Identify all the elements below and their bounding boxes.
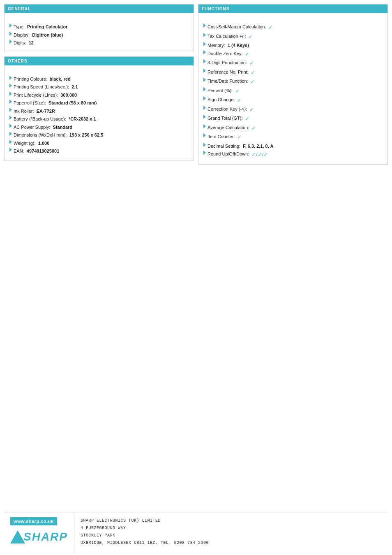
footer: www.sharp.co.uk SHARP SHARP ELECTRONICS … [4,513,388,551]
list-item: Digits: 12 [9,39,189,46]
list-item: Printing Colours: black, red [9,76,189,83]
footer-left: www.sharp.co.uk SHARP [4,513,74,551]
arrow-icon [203,50,206,54]
arrow-icon [203,151,206,155]
arrow-icon [9,39,12,44]
list-item: Double Zero Key: ✓ [203,50,383,58]
list-item: Decimal Setting: F, 6,3, 2,1, 0, A [203,143,383,150]
main-content: GENERAL Type: Printing Calculator Displa… [4,4,388,513]
arrow-icon [203,143,206,147]
others-body: Printing Colours: black, red Printing Sp… [5,65,194,160]
list-item: Average Calculation: ✓ [203,124,383,132]
list-item: Correction Key (->): ✓ [203,106,383,114]
functions-section: FUNCTIONS Cost-Sell-Margin Calculation: … [198,4,388,165]
list-item: Print Lifecycle (Lines): 300,000 [9,92,189,99]
list-item: Ink Roller: EA-772R [9,108,189,115]
footer-address: SHARP ELECTRONICS (UK) LIMITED 4 FURZEGR… [74,513,215,551]
arrow-icon [203,133,206,137]
arrow-icon [9,23,12,28]
general-body: Type: Printing Calculator Display: Digit… [5,13,194,52]
list-item: Cost-Sell-Margin Calculation: ✓ [203,23,383,32]
arrow-icon [9,84,12,88]
arrow-icon [203,23,206,28]
list-item: Time/Date Function: ✓ [203,78,383,86]
list-item: Item Counter: ✓ [203,133,383,142]
arrow-icon [9,76,12,80]
arrow-icon [203,69,206,73]
address-line4: UXBRIDGE, MIDDLESEX UB11 1EZ. TEL. 0208 … [81,539,209,547]
arrow-icon [9,100,12,104]
general-header: GENERAL [5,5,194,13]
list-item: Display: Digitron (blue) [9,32,189,39]
list-item: 3-Digit Punctuation: ✓ [203,59,383,67]
list-item: Weight (g): 1.000 [9,140,189,147]
list-item: Round Up/Off/Down: ✓/✓/✓ [203,151,383,159]
functions-header: FUNCTIONS [198,5,387,13]
arrow-icon [203,78,206,82]
page: GENERAL Type: Printing Calculator Displa… [0,0,392,555]
arrow-icon [9,148,12,152]
arrow-icon [9,116,12,120]
address-line1: SHARP ELECTRONICS (UK) LIMITED [81,517,209,525]
list-item: Memory: 1 (4 Keys) [203,42,383,49]
arrow-icon [203,96,206,100]
arrow-icon [9,32,12,36]
arrow-icon [9,140,12,144]
arrow-icon [9,132,12,136]
arrow-icon [203,106,206,110]
list-item: Paperroll (Size): Standard (58 x 80 mm) [9,100,189,107]
list-item: AC Power Supply: Standard [9,124,189,131]
right-column: FUNCTIONS Cost-Sell-Margin Calculation: … [198,4,388,513]
arrow-icon [9,92,12,96]
address-line3: STOCKLEY PARK [81,532,209,539]
website-url[interactable]: www.sharp.co.uk [10,517,57,525]
arrow-icon [203,87,206,91]
arrow-icon [9,124,12,128]
list-item: Tax Calculation +/-: ✓ [203,33,383,41]
others-section: OTHERS Printing Colours: black, red Prin… [4,56,194,160]
address-line2: 4 FURZEGROUND WAY [81,525,209,532]
sharp-logo-text: SHARP [23,530,68,543]
list-item: Dimensions (WxDxH mm): 193 x 256 x 62,5 [9,132,189,139]
sharp-logo: SHARP [10,530,68,543]
list-item: Battery (*Back-up Usage): *CR-2032 x 1 [9,116,189,123]
functions-body: Cost-Sell-Margin Calculation: ✓ Tax Calc… [198,13,387,164]
left-column: GENERAL Type: Printing Calculator Displa… [4,4,194,513]
list-item: Type: Printing Calculator [9,23,189,30]
arrow-icon [203,59,206,63]
list-item: Reference No. Print: ✓ [203,69,383,77]
list-item: Grand Total (GT): ✓ [203,115,383,123]
arrow-icon [203,115,206,119]
list-item: EAN: 4974019025001 [9,148,189,155]
arrow-icon [203,42,206,46]
list-item: Sign Change: ✓ [203,96,383,104]
list-item: Percent (%): ✓ [203,87,383,95]
arrow-icon [203,33,206,37]
list-item: Printing Speed (Lines/sec.): 2.1 [9,84,189,91]
others-header: OTHERS [5,57,194,65]
general-section: GENERAL Type: Printing Calculator Displa… [4,4,194,52]
arrow-icon [9,108,12,112]
sharp-triangle-icon [10,530,25,543]
arrow-icon [203,124,206,128]
